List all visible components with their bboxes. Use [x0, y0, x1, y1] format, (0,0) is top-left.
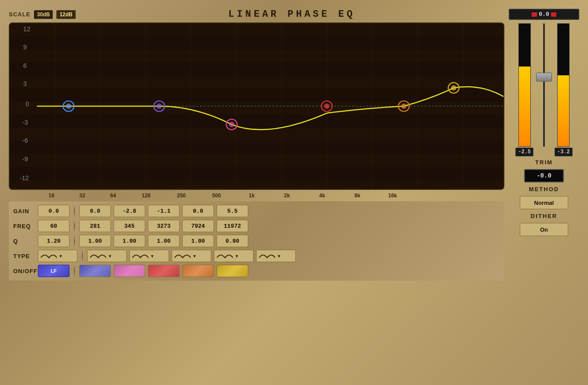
trim-input[interactable] — [524, 169, 564, 182]
type-band4[interactable]: ▼ — [172, 250, 211, 262]
freq-band4[interactable] — [148, 220, 180, 232]
onoff-row: On/Off LF — [13, 265, 500, 277]
type-arrow-6: ▼ — [277, 254, 281, 259]
svg-rect-6 — [10, 154, 503, 167]
x-label-1k: 1k — [234, 192, 269, 199]
type-arrow-5: ▼ — [235, 254, 239, 259]
gain-band6[interactable] — [217, 205, 248, 217]
svg-text:6: 6 — [23, 62, 27, 69]
onoff-band3[interactable] — [114, 265, 145, 277]
x-label-250: 250 — [164, 192, 199, 199]
meter-top-value: 0.0 — [539, 11, 549, 18]
svg-point-35 — [324, 104, 329, 109]
right-panel: 0.0 -2.5 — [509, 9, 579, 376]
divider-5 — [74, 265, 75, 277]
meter-top-display: 0.0 — [509, 9, 579, 20]
freq-band2[interactable] — [79, 220, 111, 232]
svg-point-29 — [66, 104, 71, 109]
controls-section: Gain Freq — [9, 201, 504, 281]
plugin-title: LINEAR PHASE EQ — [79, 9, 504, 20]
svg-rect-2 — [10, 49, 503, 63]
type-band1[interactable]: ▼ — [38, 250, 77, 262]
svg-text:12: 12 — [23, 26, 30, 33]
center-slider[interactable] — [535, 23, 553, 147]
meter-led-left — [532, 12, 537, 17]
q-band6[interactable] — [217, 235, 248, 247]
x-label-16k: 16k — [375, 192, 410, 199]
q-band3[interactable] — [114, 235, 145, 247]
gain-band5[interactable] — [182, 205, 214, 217]
top-section: Scale 30dB 12dB LINEAR PHASE EQ — [9, 9, 579, 376]
x-label-8k: 8k — [340, 192, 375, 199]
gain-band1[interactable] — [38, 205, 70, 217]
gain-band4[interactable] — [148, 205, 180, 217]
header-bar: Scale 30dB 12dB LINEAR PHASE EQ — [9, 9, 504, 20]
gain-label: Gain — [13, 208, 35, 215]
svg-rect-1 — [10, 23, 503, 37]
q-band4[interactable] — [148, 235, 180, 247]
svg-rect-7 — [10, 180, 503, 189]
eq-svg: 12 9 6 3 0 -3 -6 -9 -12 — [10, 23, 503, 189]
scale-30db-button[interactable]: 30dB — [34, 10, 53, 19]
x-label-500: 500 — [199, 192, 234, 199]
q-row: Q — [13, 235, 500, 247]
method-button[interactable]: Normal — [520, 196, 568, 209]
gain-row: Gain — [13, 205, 500, 217]
bell-icon-5 — [216, 252, 234, 260]
left-meter-wrapper: -2.5 — [515, 23, 533, 156]
method-label: Method — [529, 186, 559, 192]
scale-12db-button[interactable]: 12dB — [56, 10, 75, 19]
type-band6[interactable]: ▼ — [256, 250, 296, 262]
bell-icon-3 — [132, 252, 149, 260]
type-arrow-4: ▼ — [192, 254, 197, 259]
bell-icon-1 — [40, 252, 58, 260]
x-label-64: 64 — [98, 192, 129, 199]
divider-2 — [74, 220, 75, 232]
svg-point-31 — [157, 104, 162, 109]
type-label: Type — [13, 253, 35, 259]
plugin-container: Scale 30dB 12dB LINEAR PHASE EQ — [0, 0, 588, 385]
type-band2[interactable]: ▼ — [87, 250, 127, 262]
dither-button[interactable]: On — [520, 223, 568, 236]
type-row: Type ▼ ▼ — [13, 250, 500, 262]
onoff-band1[interactable]: LF — [38, 265, 70, 277]
svg-point-39 — [451, 85, 456, 91]
onoff-band4[interactable] — [148, 265, 180, 277]
gain-band3[interactable] — [114, 205, 145, 217]
svg-text:9: 9 — [23, 44, 27, 51]
svg-rect-3 — [10, 76, 503, 89]
slider-thumb[interactable] — [536, 73, 552, 81]
right-meter-wrapper: -3.2 — [555, 23, 573, 156]
freq-band5[interactable] — [182, 220, 214, 232]
type-band5[interactable]: ▼ — [214, 250, 254, 262]
q-band5[interactable] — [182, 235, 214, 247]
divider-4 — [82, 250, 83, 262]
svg-text:0: 0 — [26, 100, 29, 107]
left-meter-fill — [519, 67, 530, 146]
q-band1[interactable] — [38, 235, 70, 247]
onoff-band2[interactable] — [79, 265, 111, 277]
type-arrow-2: ▼ — [108, 254, 112, 259]
freq-row: Freq — [13, 220, 500, 232]
type-arrow-1: ▼ — [59, 254, 63, 259]
type-band3[interactable]: ▼ — [129, 250, 169, 262]
freq-band1[interactable] — [38, 220, 70, 232]
svg-point-37 — [401, 104, 406, 109]
onoff-label: On/Off — [13, 268, 35, 274]
freq-band3[interactable] — [114, 220, 145, 232]
onoff-band1-label: LF — [51, 268, 56, 274]
scale-label: Scale — [9, 11, 30, 18]
q-band2[interactable] — [79, 235, 111, 247]
trim-label: Trim — [535, 159, 553, 166]
bell-icon-6 — [258, 252, 276, 260]
onoff-band6[interactable] — [217, 265, 248, 277]
slider-track — [543, 23, 545, 147]
svg-text:-6: -6 — [22, 137, 28, 144]
x-label-4k: 4k — [305, 192, 340, 199]
freq-label: Freq — [13, 223, 35, 230]
gain-band2[interactable] — [79, 205, 111, 217]
x-axis: 16 32 64 128 250 500 1k 2k 4k 8k 16k — [9, 192, 504, 199]
onoff-band5[interactable] — [182, 265, 214, 277]
freq-band6[interactable] — [217, 220, 248, 232]
right-meter-bar — [557, 23, 570, 147]
